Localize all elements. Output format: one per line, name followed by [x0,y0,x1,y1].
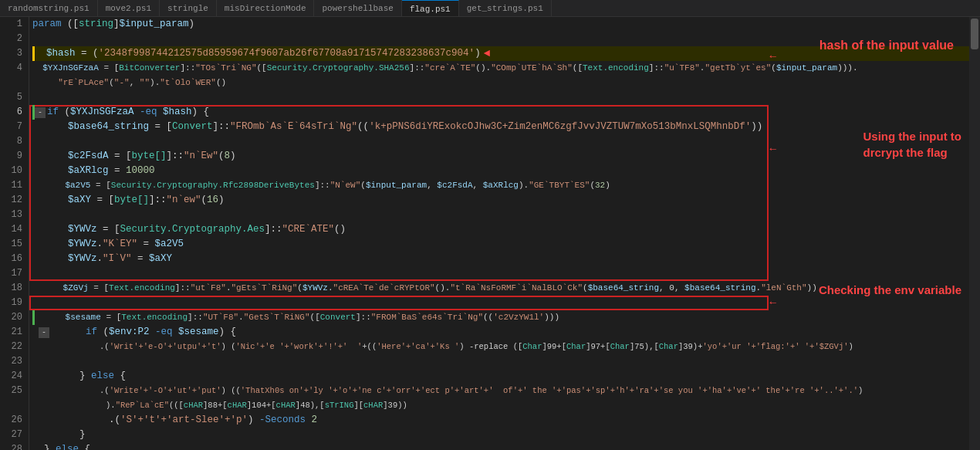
code-text: { [114,369,126,384]
code-text: ))) [544,310,559,325]
code-text: ( [590,178,595,193]
code-text: ]:: [356,310,371,325]
var-iv: $aXY [45,193,91,208]
var-salt2: $c2FsdA [437,178,472,193]
tab-get-strings[interactable]: get_strings.ps1 [459,0,552,17]
var-hash2: $hash [163,105,192,120]
var-iter2: $aXRlcg [483,178,519,193]
code-line-3: $hash = ('2348f998744212575d85959674f960… [32,46,969,61]
code-line-14: $YWVz = [Security.Cryptography.Aes]::"CR… [32,222,969,237]
code-text: , [473,178,483,193]
line-numbers: 1 2 3 4 5 6 7 8 9 10 11 12 13 14 15 16 1… [0,17,29,450]
code-text: . [238,310,244,325]
var-key2: $a2V5 [155,237,184,252]
tab-flag[interactable]: flag.ps1 [402,0,459,17]
code-text: ]:: [213,120,231,134]
var-aes3: $YWVz [45,252,97,266]
code-text: . [756,281,762,296]
str-utf82: "ut`F8" [191,281,226,296]
code-text: . [700,61,705,76]
str-replace2: "ReP`La`cE" [116,398,169,413]
tab-randomstring[interactable]: randomstring.ps1 [0,0,98,17]
code-text: ) (( [221,384,241,398]
kw-else2: else [56,442,79,450]
str-here: 'Here'+'ca'+'Ks ' [377,340,459,354]
code-text: ) [248,413,259,428]
kw-param: param [32,17,67,32]
code-line-6: -if ($YXJnSGFzaA -eq $hash) { [32,105,969,120]
ln-10: 10 [0,164,22,178]
code-line-26: .('S'+'t'+'art-Slee'+'p') -Seconds 2 [32,413,969,428]
type-convert2: Convert [320,310,356,325]
ln-24: 24 [0,369,22,384]
code-text: ))). [837,61,857,76]
scrollbar-thumb[interactable] [971,19,978,49]
code-text: ([ [310,310,320,325]
type-char8: cHAR [363,398,383,413]
str-len: "leN`Gth" [761,281,806,296]
tab-stringle[interactable]: stringle [160,0,217,17]
code-text: ( [109,76,114,90]
collapse-if2[interactable]: - [39,327,49,338]
ln-8: 8 [0,134,22,149]
code-text: +(( [362,340,377,354]
code-text: (). [435,281,451,296]
str-getbytes: "getTb`yt`es" [705,61,771,76]
code-line-18: $ZGVj = [Text.encoding]::"ut`F8"."gEts`T… [32,281,969,296]
ln-14: 14 [0,222,22,237]
code-line-22: .('Writ'+'e-O'+'utpu'+'t') ('Nic'+'e '+'… [32,340,969,354]
str-nice: 'Nic'+'e '+'work'+'!'+' ' [235,340,362,354]
ln-17: 17 [0,266,22,281]
code-text: ) [849,340,853,354]
type-string: string [79,17,113,32]
code-line-25: .('Write'+'-O'+'ut'+'put') (('ThatXh0s o… [32,384,969,398]
code-line-11: $a2V5 = [Security.Cryptography.Rfc2898De… [32,178,969,193]
tab-powershellbase[interactable]: powershellbase [314,0,401,17]
code-text: = [ [89,281,109,296]
hash-arrow: ◄ [484,46,490,61]
type-char: Char [522,340,542,354]
code-line-4b: "rE`PLAce"("-", "")."t`Olo`WER"() [32,76,969,90]
str-utf8: "u`TF8" [664,61,700,76]
str-yo: 'yo'+'ur '+'flag:'+' '+'$ZGVj' [702,340,848,354]
var-yxjn: $YXJnSGFzaA [32,61,99,76]
code-text: ) [475,46,481,61]
str-b64val: 'k+pPNS6diYRExokcOJhw3C+Zim2enMC6zgfJvvJ… [369,120,751,134]
kw-if: if [47,105,65,120]
code-text: ]48),[ [296,398,325,413]
ln-23: 23 [0,354,22,369]
code-text: ]:: [188,310,203,325]
code-text: = [132,252,150,266]
code-lines: param ([string]$input_param) $hash = ('2… [29,17,969,450]
full-editor: randomstring.ps1 move2.ps1 stringle misD… [0,0,980,450]
code-panel: param ([string]$input_param) $hash = ('2… [29,17,969,450]
tab-move2[interactable]: move2.ps1 [98,0,160,17]
code-text: (([ [169,398,184,413]
ln-7: 7 [0,120,22,134]
code-text: ]:: [180,61,195,76]
code-line-25b: )."ReP`La`cE"(([cHAR]88+[cHAR]104+[cHAR]… [32,398,969,413]
num-iter: 10000 [126,164,155,178]
var-b643: $base64_string [684,281,755,296]
tab-misdirectionmode[interactable]: misDirectionMode [217,0,315,17]
ln-9: 9 [0,149,22,164]
type-bitconv: BitConverter [119,61,180,76]
str-iv: "I`V" [103,252,132,266]
type-char2: Char [566,340,586,354]
collapse-if[interactable]: - [35,107,46,118]
scrollbar[interactable] [969,17,980,450]
code-text: ]:: [175,281,191,296]
str-tolower: "t`Olo`WER" [160,76,216,90]
type-text2: Text.encoding [109,281,175,296]
code-text: .( [51,413,120,428]
code-text: ]:: [167,149,184,164]
code-line-10: $aXRlcg = 10000 [32,164,969,178]
kw-if2: if [51,325,103,340]
code-text: , 0, [659,281,684,296]
code-text: ). [519,178,529,193]
code-text: . [226,281,231,296]
code-line-7: $base64_string = [Convert]::"FROmb`As`E`… [32,120,969,134]
var-iter: $aXRlcg [45,164,109,178]
code-text: () [216,76,226,90]
code-text: () [334,222,346,237]
